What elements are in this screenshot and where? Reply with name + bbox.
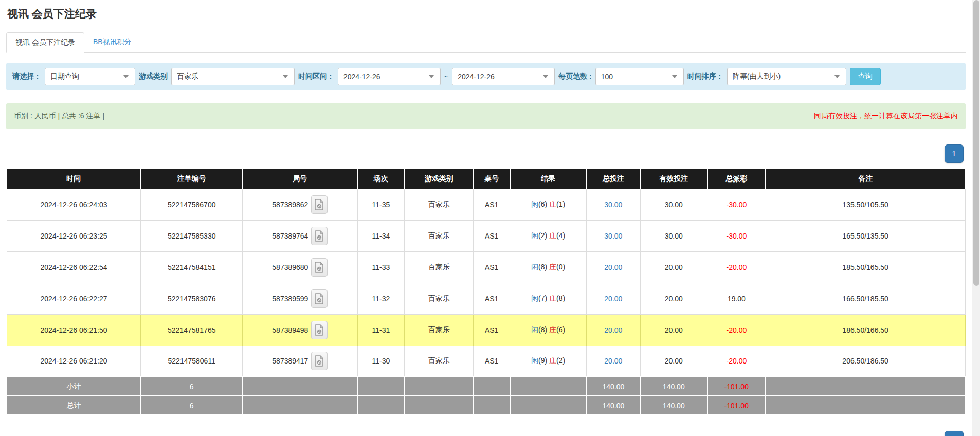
video-playback-button[interactable] <box>311 352 328 370</box>
total-bet-link[interactable]: 30.00 <box>604 232 622 240</box>
time-cell: 2024-12-26 06:22:27 <box>7 283 141 314</box>
total-bet-link[interactable]: 20.00 <box>604 357 622 365</box>
summary-valid-bet-cell: 140.00 <box>640 396 707 415</box>
payout-cell: -20.00 <box>707 251 766 283</box>
column-header-1: 注单编号 <box>141 169 243 189</box>
result-banker: 庄 <box>549 356 556 365</box>
video-record-icon <box>315 199 324 210</box>
result-banker-count: (8) <box>556 294 565 302</box>
page-1-button[interactable]: 1 <box>945 144 964 163</box>
remark-cell: 185.50/165.50 <box>766 251 965 283</box>
video-playback-button[interactable] <box>311 321 328 339</box>
date-range-tilde: ~ <box>444 72 448 81</box>
game-type-cell: 百家乐 <box>405 220 474 251</box>
game-type-select[interactable]: 百家乐 <box>171 68 295 85</box>
round-number: 587389599 <box>272 295 308 303</box>
total-bet-link[interactable]: 20.00 <box>604 263 622 271</box>
total-bet-link[interactable]: 30.00 <box>604 201 622 209</box>
result-banker-count: (4) <box>556 231 565 240</box>
result-player: 闲 <box>531 356 538 365</box>
result-player-count: (2) <box>538 231 549 240</box>
table-header-row: 时间注单编号局号场次游戏类别桌号结果总投注有效投注总派彩备注 <box>7 169 965 189</box>
result-banker: 庄 <box>549 263 556 271</box>
page-1-button[interactable]: 1 <box>945 431 964 436</box>
bet-id-cell: 522147580611 <box>141 346 243 377</box>
round-wrap: 587389498 <box>272 321 328 339</box>
video-playback-button[interactable] <box>311 227 328 245</box>
result-player: 闲 <box>531 325 538 334</box>
column-header-10: 备注 <box>766 169 965 189</box>
round-wrap: 587389680 <box>272 258 328 277</box>
game-type-cell: 百家乐 <box>405 283 474 314</box>
total-bet-link[interactable]: 20.00 <box>604 295 622 303</box>
chevron-down-icon <box>834 75 840 78</box>
result-banker: 庄 <box>549 325 556 334</box>
summary-payout-cell: -101.00 <box>707 377 766 396</box>
game-type-cell: 百家乐 <box>405 251 474 283</box>
summary-label-cell: 总计 <box>7 396 141 415</box>
column-header-7: 总投注 <box>587 169 640 189</box>
page-title: 视讯 会员下注纪录 <box>6 0 966 21</box>
session-cell: 11-34 <box>357 220 404 251</box>
scrollbar-thumb[interactable] <box>973 0 979 286</box>
chevron-down-icon <box>672 75 677 78</box>
sort-select[interactable]: 降幂(由大到小) <box>727 68 846 85</box>
page: 视讯 会员下注纪录 视讯 会员下注纪录 BB视讯积分 请选择： 日期查询 游戏类… <box>0 0 980 436</box>
result-banker: 庄 <box>549 200 556 208</box>
table-no-cell: AS1 <box>474 220 510 251</box>
table-row: 2024-12-26 06:23:25522147585330587389764… <box>7 220 965 251</box>
video-playback-button[interactable] <box>311 289 328 308</box>
table-row: 2024-12-26 06:22:54522147584151587389680… <box>7 251 965 283</box>
remark-cell: 135.50/105.50 <box>766 189 965 220</box>
result-cell: 闲(6) 庄(1) <box>510 189 587 220</box>
summary-payout-cell: -101.00 <box>707 396 766 415</box>
table-no-cell: AS1 <box>474 346 510 377</box>
result-player-count: (8) <box>538 325 549 334</box>
table-body: 2024-12-26 06:24:03522147586700587389862… <box>7 189 965 377</box>
result-banker-count: (6) <box>556 325 565 334</box>
video-playback-button[interactable] <box>311 258 328 277</box>
video-playback-button[interactable] <box>311 195 328 214</box>
table-no-cell: AS1 <box>474 189 510 220</box>
date-to-value: 2024-12-26 <box>458 72 495 81</box>
session-cell: 11-33 <box>357 251 404 283</box>
result-cell: 闲(7) 庄(8) <box>510 283 587 314</box>
time-cell: 2024-12-26 06:21:50 <box>7 314 141 346</box>
round-number: 587389498 <box>272 326 308 334</box>
valid-bet-hint-text: 同局有效投注，统一计算在该局第一张注单内 <box>814 112 958 121</box>
result-banker-count: (0) <box>556 263 565 271</box>
table-no-cell: AS1 <box>474 314 510 346</box>
total-bet-link[interactable]: 20.00 <box>604 326 622 334</box>
betting-records-table: 时间注单编号局号场次游戏类别桌号结果总投注有效投注总派彩备注 2024-12-2… <box>6 169 966 415</box>
game-type-value: 百家乐 <box>177 72 198 81</box>
bet-id-cell: 522147585330 <box>141 220 243 251</box>
summary-valid-bet-cell: 140.00 <box>640 377 707 396</box>
result-player-count: (6) <box>538 200 549 208</box>
round-wrap: 587389417 <box>272 352 328 370</box>
date-to-select[interactable]: 2024-12-26 <box>452 68 555 85</box>
summary-empty-cell <box>405 396 474 415</box>
table-row: 2024-12-26 06:24:03522147586700587389862… <box>7 189 965 220</box>
tab-betting-records[interactable]: 视讯 会员下注纪录 <box>6 32 84 53</box>
result-player-count: (7) <box>538 294 549 302</box>
round-number: 587389417 <box>272 357 308 365</box>
chevron-down-icon <box>123 75 129 78</box>
pagination-top: 1 <box>6 144 964 163</box>
session-cell: 11-35 <box>357 189 404 220</box>
date-from-value: 2024-12-26 <box>343 72 380 81</box>
date-from-select[interactable]: 2024-12-26 <box>338 68 441 85</box>
valid-bet-cell: 30.00 <box>640 220 707 251</box>
game-type-cell: 百家乐 <box>405 346 474 377</box>
total-bet-cell: 20.00 <box>587 251 640 283</box>
summary-empty-cell <box>510 396 587 415</box>
result-player: 闲 <box>531 231 538 240</box>
game-type-cell: 百家乐 <box>405 314 474 346</box>
page-size-select[interactable]: 100 <box>595 68 684 85</box>
vertical-scrollbar[interactable] <box>972 0 980 436</box>
result-banker-count: (2) <box>556 356 565 365</box>
tab-bb-video-points[interactable]: BB视讯积分 <box>84 32 140 53</box>
column-header-5: 桌号 <box>474 169 510 189</box>
search-button[interactable]: 查询 <box>850 68 881 85</box>
result-player-count: (9) <box>538 356 549 365</box>
query-type-select[interactable]: 日期查询 <box>45 68 135 85</box>
